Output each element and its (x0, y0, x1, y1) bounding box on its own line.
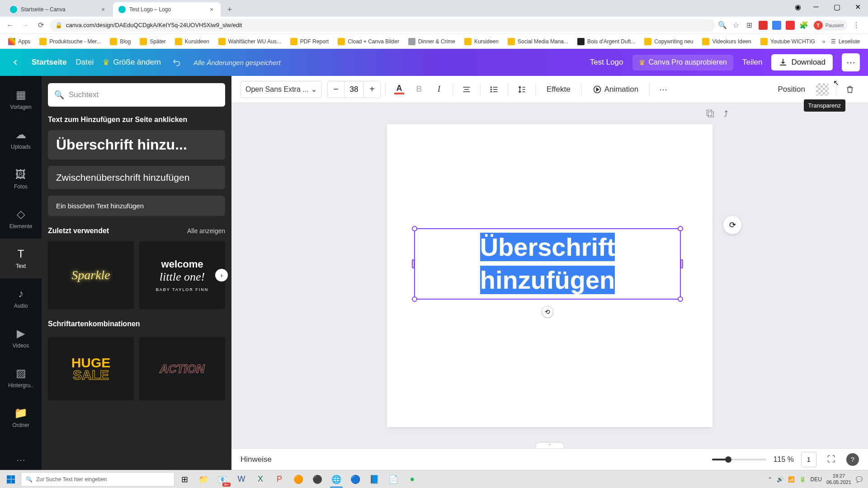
bookmark-item[interactable]: Social Media Mana... (504, 36, 572, 47)
rail-uploads[interactable]: ☁Uploads (0, 119, 42, 159)
extension-icon[interactable] (786, 21, 795, 30)
taskbar-explorer[interactable]: 📁 (194, 471, 212, 488)
canvas-page[interactable]: Überschrift hinzufügen ⟲ (387, 124, 712, 427)
taskbar-word[interactable]: W (232, 471, 250, 488)
recent-template-sparkle[interactable]: Sparkle (48, 241, 134, 309)
font-combo-sale[interactable]: HUGE SALE (48, 337, 134, 400)
animation-button[interactable]: Animation (586, 80, 645, 99)
zoom-label[interactable]: 115 % (774, 455, 794, 464)
notifications-icon[interactable]: 💬 (856, 476, 863, 483)
back-button[interactable]: ← (4, 19, 16, 32)
star-icon[interactable]: ☆ (731, 21, 741, 30)
resize-button[interactable]: ♛ Größe ändern (103, 58, 161, 67)
font-picker[interactable]: Open Sans Extra ... ⌄ (241, 81, 322, 98)
bookmark-item[interactable]: Blog (106, 36, 134, 47)
extensions-menu-icon[interactable]: 🧩 (799, 21, 808, 30)
extension-icon[interactable] (772, 21, 781, 30)
home-link[interactable]: Startseite (32, 58, 66, 67)
rail-elements[interactable]: ◇Elemente (0, 199, 42, 239)
font-size-decrease[interactable]: − (328, 84, 344, 94)
taskbar-powerpoint[interactable]: P (270, 471, 288, 488)
selected-text-element[interactable]: Überschrift hinzufügen ⟲ (414, 228, 681, 300)
maximize-button[interactable]: ▢ (826, 0, 847, 14)
tray-expand-icon[interactable]: ⌃ (768, 476, 772, 483)
taskbar-app[interactable]: 🟠 (289, 471, 307, 488)
share-button[interactable]: Teilen (742, 58, 762, 67)
bookmark-item[interactable]: Produktsuche - Mer... (36, 36, 104, 47)
resize-handle-br[interactable] (678, 296, 683, 302)
duplicate-page-button[interactable]: ⿻ (707, 109, 715, 119)
font-combo-action[interactable]: ACTION (139, 337, 225, 400)
bookmark-item[interactable]: Youtube WICHTIG (757, 36, 819, 47)
zoom-slider[interactable] (712, 459, 766, 460)
resize-handle-mr[interactable] (680, 259, 683, 268)
new-tab-button[interactable]: + (223, 3, 236, 16)
fullscreen-button[interactable]: ⛶ (824, 452, 839, 467)
page-indicator[interactable]: 1 (801, 452, 816, 467)
see-all-link[interactable]: Alle anzeigen (187, 227, 225, 235)
undo-button[interactable] (170, 55, 184, 70)
bookmark-item[interactable]: Wahlfächer WU Aus... (215, 36, 285, 47)
floating-refresh-button[interactable]: ⟳ (723, 216, 741, 234)
header-back-button[interactable] (8, 55, 23, 70)
recent-template-welcome[interactable]: welcome little one! BABY TAYLOR FINN (139, 241, 225, 309)
more-menu-button[interactable]: ⋯ (842, 53, 860, 71)
bookmark-item[interactable]: Copywriting neu (641, 36, 697, 47)
bookmark-item[interactable]: PDF Report (287, 36, 332, 47)
volume-icon[interactable]: 🔊 (777, 476, 783, 483)
reading-list-button[interactable]: ☰Leseliste (827, 37, 863, 47)
text-color-button[interactable]: A (390, 80, 408, 99)
bookmark-item[interactable]: Dinner & Crime (405, 36, 459, 47)
task-view-button[interactable]: ⊞ (175, 471, 193, 488)
wifi-icon[interactable]: 📶 (788, 476, 795, 483)
taskbar-app[interactable]: 📄 (384, 471, 402, 488)
taskbar-search[interactable]: 🔍 Zur Suche Text hier eingeben (21, 472, 175, 487)
add-heading-button[interactable]: Überschrift hinzu... (48, 130, 225, 160)
font-size-increase[interactable]: + (364, 84, 380, 94)
resize-handle-ml[interactable] (412, 259, 415, 268)
profile-badge[interactable]: T Pausiert (813, 20, 847, 31)
rail-folders[interactable]: 📁Ordner (0, 398, 42, 437)
spacing-button[interactable] (513, 80, 531, 99)
chrome-menu-icon[interactable]: ⋮ (852, 21, 861, 30)
add-body-button[interactable]: Ein bisschen Text hinzufügen (48, 196, 225, 216)
transparency-button[interactable] (813, 80, 831, 99)
language-indicator[interactable]: DEU (811, 476, 822, 483)
forward-button[interactable]: → (19, 19, 32, 32)
taskbar-mail[interactable]: 📧99+ (213, 471, 231, 488)
taskbar-app[interactable]: ⚫ (308, 471, 326, 488)
pin-icon[interactable]: ◉ (790, 0, 806, 14)
rail-more-button[interactable]: ⋯ (16, 455, 25, 465)
close-icon[interactable]: × (99, 6, 107, 13)
search-input[interactable] (69, 90, 219, 99)
download-button[interactable]: Download (771, 54, 833, 70)
browser-tab-1[interactable]: Test Logo – Logo × (113, 2, 221, 17)
position-button[interactable]: Position (772, 80, 811, 99)
taskbar-chrome[interactable]: 🌐 (327, 471, 345, 488)
url-field[interactable]: 🔒 canva.com/design/DAEduQCDgkA/KeIY5q-24… (50, 19, 715, 32)
close-window-button[interactable]: ✕ (847, 0, 868, 14)
rail-text[interactable]: TText (0, 239, 42, 278)
bookmark-item[interactable]: Später (136, 36, 169, 47)
close-icon[interactable]: × (208, 6, 215, 13)
resize-handle-bl[interactable] (412, 296, 417, 302)
reload-button[interactable]: ⟳ (34, 19, 47, 32)
search-box[interactable]: 🔍 (48, 83, 225, 107)
extension-icon[interactable] (759, 21, 768, 30)
taskbar-spotify[interactable]: ● (403, 471, 421, 488)
list-button[interactable] (485, 80, 503, 99)
align-button[interactable] (458, 80, 476, 99)
toolbar-more-button[interactable]: ⋯ (654, 80, 672, 99)
expand-pages-button[interactable]: ⌃ (536, 443, 563, 448)
qr-icon[interactable]: ⊞ (745, 21, 754, 30)
notes-button[interactable]: Hinweise (241, 455, 272, 464)
delete-button[interactable] (841, 80, 859, 99)
font-size-value[interactable]: 38 (344, 81, 364, 98)
canvas-viewport[interactable]: ⿻ ⤴ Überschrift hinzufügen ⟲ (231, 103, 868, 448)
text-content[interactable]: Überschrift hinzufügen (480, 233, 615, 294)
rail-audio[interactable]: ♪Audio (0, 278, 42, 318)
rail-photos[interactable]: 🖼Fotos (0, 159, 42, 199)
bold-button[interactable]: B (410, 80, 428, 99)
file-menu[interactable]: Datei (75, 58, 94, 67)
resize-handle-tl[interactable] (412, 226, 417, 231)
